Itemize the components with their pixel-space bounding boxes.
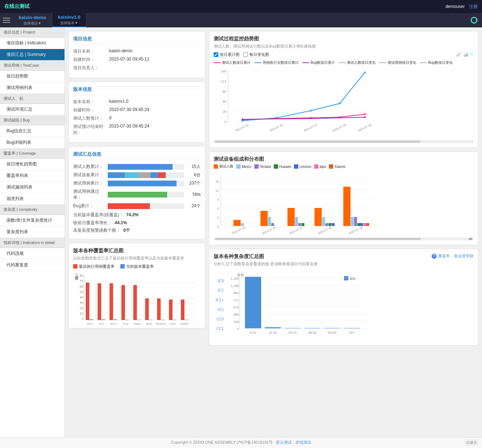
cov-bar-sc1-last — [98, 283, 101, 320]
legend-bugs: Bug数按日累计 — [302, 60, 335, 65]
right-column: 测试过程监控趋势图 测试人数、测试用例运行数以及Bug数按日累计增长曲线图 按日… — [209, 31, 478, 434]
sidebar-item-crash-list[interactable]: 崩溃列表 — [0, 193, 64, 205]
svg-text:84: 84 — [223, 90, 226, 93]
svg-text:0: 0 — [81, 317, 83, 321]
device-legend-testers: 测试人数 — [214, 164, 233, 169]
footer-link-star[interactable]: 星云测试 — [276, 440, 292, 444]
menu-icon[interactable] — [0, 13, 13, 27]
chart-bar-icon[interactable]: 📊 — [463, 52, 468, 57]
svg-text:9: 9 — [217, 198, 219, 201]
sidebar-item-code-dup[interactable]: 代码重复度 — [0, 260, 64, 271]
coverage-chart-title: 版本各种覆盖率汇总图 — [73, 248, 201, 254]
stat-cases-label: 测试用例累计： — [73, 180, 106, 186]
version-testers-label: 测试人数预计： — [73, 115, 109, 121]
sidebar-item-indicators[interactable]: 项目指标 | Indicators — [0, 37, 64, 49]
device-bar-29-orange — [343, 187, 351, 226]
device-legend-teclast: Teclast — [254, 164, 271, 169]
device-bar-29-teclast — [354, 217, 357, 226]
footer-link-thread[interactable]: 穿线测试 — [295, 440, 311, 444]
device-legend-testers-icon — [214, 164, 218, 169]
y-cat-cc0: CC0 — [214, 317, 225, 321]
chart-refresh-icon[interactable]: ↻ — [470, 52, 474, 57]
device-svg-chart: 0 3 6 9 12 15 — [214, 172, 376, 237]
content-area: 项目信息 项目名称： kaixin-demo 创建时间： 2015-07-30 … — [65, 27, 482, 437]
checkbox-daily-change[interactable]: 每日变化图 — [243, 52, 269, 57]
legend-bug-daily: Bug数按日变化 — [420, 60, 453, 65]
version-created-value: 2015-07-30 09:45:24 — [109, 107, 149, 113]
svg-text:50: 50 — [80, 290, 83, 294]
coverage-svg-chart: 0 10 20 30 40 50 60 70 80 — [73, 271, 199, 329]
y-cat-jc0: JC0 — [214, 279, 225, 283]
checkbox-daily-cumulative-input[interactable] — [214, 52, 218, 57]
svg-text:2015-07-27: 2015-07-27 — [289, 226, 303, 235]
svg-text:False: False — [134, 322, 141, 325]
sidebar-item-case-list[interactable]: 测试用例列表 — [0, 82, 64, 94]
svg-text:12: 12 — [215, 189, 219, 192]
svg-text:True: True — [122, 322, 129, 325]
sidebar-section-testcase: 测试用例 | TestCase — [0, 61, 64, 71]
stat-pass-rate-label: 测试用例通过率： — [73, 188, 106, 201]
device-bar-25-meizu — [241, 223, 244, 226]
device-legend-meizu: Meizu — [236, 164, 251, 169]
stat-testers-bar — [108, 164, 173, 170]
cov-bar-modc-last — [181, 300, 184, 320]
svg-text:10: 10 — [80, 312, 83, 315]
svg-text:771: 771 — [233, 298, 239, 302]
sidebar-item-leak-list[interactable]: 测试漏洞列表 — [0, 182, 64, 193]
sidebar-item-env-summary[interactable]: 测试环境汇总 — [0, 104, 64, 115]
svg-text:2015-07-25: 2015-07-25 — [235, 123, 249, 133]
user-area: demouser 注册 — [446, 4, 478, 10]
chart-line-icon[interactable]: 📈 — [456, 52, 461, 57]
cov-bar-sc0-curr — [90, 319, 93, 320]
device-scrollbar-thumb[interactable] — [215, 238, 421, 240]
sidebar-item-trend[interactable]: 按日趋势图 — [0, 71, 64, 82]
cov-bar-sc0-last — [86, 283, 89, 320]
stat-pass-rate: 测试用例通过率： 78% — [73, 188, 201, 201]
coverage-y-axis-label: 覆盖率(%) — [74, 273, 79, 324]
stat-devices-value: 6台 — [186, 172, 201, 178]
sidebar-item-complexity-stats[interactable]: 函数/类/文件复杂度统计 — [0, 215, 64, 226]
trend-scrollbar-thumb[interactable] — [215, 141, 421, 143]
sidebar-item-bug-info[interactable]: Bug信息汇总 — [0, 125, 64, 137]
complexity-bar-30-40 — [304, 328, 321, 328]
svg-text:1,156: 1,156 — [231, 284, 239, 288]
trend-chart-subtitle: 测试人数、测试用例运行数以及Bug数按日累计增长曲线图 — [214, 44, 474, 49]
sidebar-item-complexity-list[interactable]: 复杂度列表 — [0, 226, 64, 238]
svg-text:50+: 50+ — [349, 331, 354, 334]
register-button[interactable]: 注册 — [469, 4, 478, 10]
sidebar-item-coverage-list[interactable]: 覆盖率列表 — [0, 170, 64, 182]
tab-kaixinv1[interactable]: kaixinv1.0 选择版本▼ — [52, 13, 86, 27]
refresh-icon[interactable] — [470, 13, 482, 27]
complexity-header: 版本各种复杂度汇总图 分析汇总了函数复杂度量度的值,更清晰掌握项目代码复杂度 ?… — [214, 253, 474, 270]
trend-scrollbar[interactable] — [214, 140, 474, 143]
project-created-row: 创建时间： 2015-07-30 09:45:11 — [73, 57, 201, 63]
tab-kaixin-demo[interactable]: kaixin-demo 选择项目▼ — [13, 13, 52, 27]
help-icon: ? — [432, 254, 437, 259]
complexity-bar-20-30 — [285, 328, 301, 328]
project-info-card: 项目信息 项目名称： kaixin-demo 创建时间： 2015-07-30 … — [68, 31, 205, 78]
svg-text:6: 6 — [217, 207, 219, 210]
device-scrollbar-end[interactable] — [469, 238, 472, 240]
project-owner-label: 项目负责人： — [73, 65, 109, 71]
complexity-bar-40-50 — [324, 328, 340, 328]
marker-testers-5 — [364, 113, 366, 115]
version-endtime-value: 2015-07-30 09:45:24 — [109, 124, 149, 136]
svg-text:28: 28 — [223, 110, 226, 114]
device-bar-29-meizu — [351, 217, 354, 226]
sidebar-item-code-violation[interactable]: 代码违规 — [0, 248, 64, 260]
checkbox-daily-cumulative[interactable]: 按日累计图 — [214, 52, 240, 57]
device-scrollbar[interactable] — [214, 238, 474, 240]
cov-bar-both-curr — [149, 320, 153, 320]
checkbox-daily-change-input[interactable] — [243, 52, 248, 57]
sidebar-item-bug-list[interactable]: Bug详细列表 — [0, 137, 64, 148]
device-legend: 测试人数 Meizu Teclast Huawei — [214, 164, 474, 169]
sidebar-item-coverage-trend[interactable]: 按日增长趋势图 — [0, 159, 64, 170]
svg-text:70: 70 — [80, 279, 83, 283]
trend-chart-title: 测试过程监控趋势图 — [214, 36, 474, 42]
complexity-help-link[interactable]: 覆盖率、复杂度帮助 — [438, 253, 474, 259]
sidebar-item-summary[interactable]: 项目汇总 | Summary — [0, 49, 64, 61]
project-name-row: 项目名称： kaixin-demo — [73, 48, 201, 54]
stat-devices-label: 测试设备累计： — [73, 172, 106, 178]
device-bar-29-alps — [363, 223, 366, 226]
stat-pass-rate-bar — [108, 192, 167, 198]
